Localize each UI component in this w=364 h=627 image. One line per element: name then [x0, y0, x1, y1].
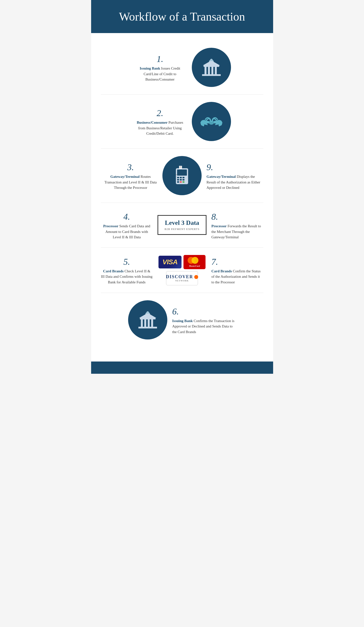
step-3-row: 3. Gateway/Terminal Routes Transaction a… — [101, 156, 263, 195]
divider-3 — [101, 203, 263, 203]
step-4-row: 4. Processor Sends Card Data and Amount … — [101, 210, 263, 240]
step-2-row: 2. Business/Consumer Purchases from Busi… — [101, 102, 263, 141]
mastercard-text: MasterCard — [189, 265, 200, 267]
svg-point-9 — [209, 121, 214, 125]
svg-rect-7 — [202, 74, 221, 76]
step-7-number: 7. — [211, 255, 263, 268]
discover-card: DISCOVER NETWORK — [166, 271, 198, 285]
svg-point-8 — [210, 59, 213, 61]
svg-rect-32 — [148, 319, 150, 327]
step-3-bold: Gateway/Terminal — [110, 175, 140, 179]
svg-rect-18 — [180, 177, 182, 178]
mastercard-card: MasterCard — [183, 255, 206, 269]
divider-2 — [101, 149, 263, 149]
svg-rect-30 — [141, 319, 143, 327]
step-6-row: 6. Issuing Bank Confirms the Transaction… — [101, 300, 263, 339]
divider-4 — [101, 247, 263, 248]
step-4-text: 4. Processor Sends Card Data and Amount … — [101, 210, 153, 240]
svg-rect-22 — [182, 179, 184, 180]
step-5-text: 5. Card Brands Check Level II & III Data… — [101, 255, 153, 285]
svg-rect-17 — [177, 177, 179, 178]
header: Workflow of a Transaction — [91, 0, 273, 33]
step-9-bold: Gateway/Terminal — [207, 175, 236, 179]
step-2-number: 2. — [133, 106, 187, 120]
step-4-bold: Processor — [103, 224, 118, 228]
card-row-bottom: DISCOVER NETWORK — [166, 271, 198, 285]
step-8-bold: Processor — [211, 224, 227, 228]
step-8-number: 8. — [211, 210, 263, 223]
step-1-text: 1. Issuing Bank Issues Credit Card/Line … — [133, 52, 187, 82]
step-2-text: 2. Business/Consumer Purchases from Busi… — [133, 106, 187, 136]
step-1-number: 1. — [133, 52, 187, 66]
svg-rect-2 — [204, 65, 219, 67]
svg-rect-34 — [138, 327, 157, 328]
step-5-number: 5. — [101, 255, 153, 268]
discover-logo: DISCOVER — [166, 274, 193, 279]
step-7-bold: Card Brands — [211, 269, 232, 273]
step-6-bold: Issuing Bank — [172, 319, 193, 323]
step-4-number: 4. — [101, 210, 153, 223]
level3-title: Level 3 Data — [164, 219, 200, 227]
svg-rect-6 — [215, 67, 217, 74]
step-3-text: 3. Gateway/Terminal Routes Transaction a… — [104, 161, 157, 191]
step-5-row: 5. Card Brands Check Level II & III Data… — [101, 255, 263, 285]
svg-rect-21 — [180, 179, 182, 180]
step-7-text: 7. Card Brands Confirm the Status of the… — [211, 255, 263, 285]
svg-rect-29 — [140, 318, 156, 319]
step-3-icon — [162, 156, 202, 195]
visa-card: VISA — [158, 256, 181, 268]
content: 1. Issuing Bank Issues Credit Card/Line … — [91, 33, 273, 362]
step-2-icon — [192, 102, 231, 141]
svg-rect-5 — [211, 67, 213, 74]
step-9-text: 9. Gateway/Terminal Displays the Result … — [207, 161, 260, 191]
step-8-text: 8. Processor Forwards the Result to the … — [211, 210, 263, 240]
svg-rect-20 — [177, 179, 179, 180]
step-6-number: 6. — [172, 305, 236, 318]
svg-rect-25 — [182, 181, 184, 183]
step-6-text: 6. Issuing Bank Confirms the Transaction… — [172, 305, 236, 335]
card-brands-container: VISA MasterCard DISCOVER NET — [157, 255, 207, 285]
svg-point-35 — [147, 311, 149, 314]
level3-subtitle: B2B PAYMENT EXPERTS — [164, 227, 200, 230]
svg-rect-3 — [205, 67, 207, 74]
step-3-number: 3. — [104, 161, 157, 174]
svg-rect-11 — [177, 169, 187, 176]
svg-rect-19 — [182, 177, 184, 178]
level3-box: Level 3 Data B2B PAYMENT EXPERTS — [157, 215, 207, 235]
page-title: Workflow of a Transaction — [99, 10, 266, 23]
step-6-icon — [128, 300, 167, 339]
svg-rect-24 — [180, 181, 182, 183]
divider-5 — [101, 293, 263, 293]
card-row-top: VISA MasterCard — [158, 255, 205, 269]
footer — [91, 362, 273, 374]
step-2-bold: Business/Consumer — [137, 120, 167, 124]
step-5-bold: Card Brands — [103, 269, 124, 273]
step-1-row: 1. Issuing Bank Issues Credit Card/Line … — [101, 48, 263, 87]
step-1-bold: Issuing Bank — [140, 66, 160, 70]
svg-rect-26 — [176, 174, 177, 175]
svg-rect-23 — [177, 181, 179, 183]
discover-network-text: NETWORK — [175, 279, 189, 282]
svg-rect-31 — [144, 319, 146, 327]
step-1-icon — [192, 48, 231, 87]
svg-rect-4 — [208, 67, 210, 74]
divider-1 — [101, 94, 263, 95]
step-9-number: 9. — [207, 161, 260, 174]
svg-rect-33 — [151, 319, 153, 327]
